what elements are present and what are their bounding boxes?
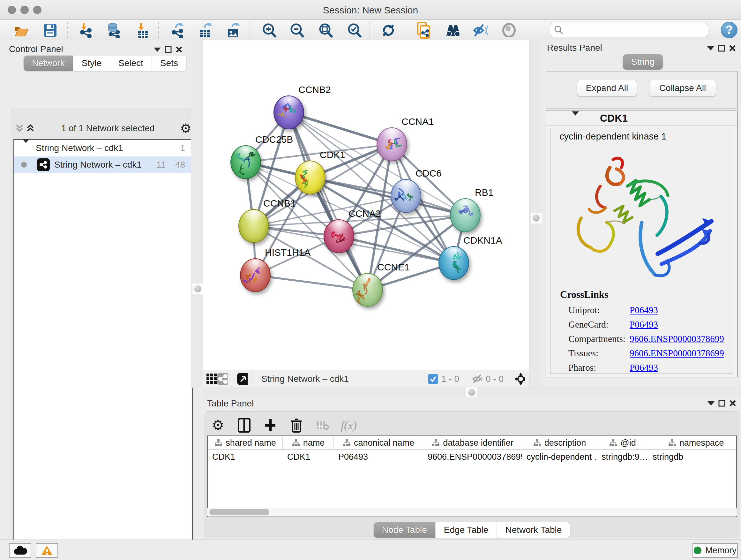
collapse-all-tree-icon[interactable]	[14, 124, 25, 133]
network-row[interactable]: String Network – cdk1 11 48	[14, 157, 192, 173]
cloud-status-button[interactable]	[9, 543, 31, 558]
expand-all-button[interactable]: Expand All	[577, 80, 637, 97]
network-canvas[interactable]: CCNB2CCNA1CDC25BCDK1CDC6RB1CCNB1CCNA2CDK…	[203, 40, 529, 370]
refresh-layout-button[interactable]	[381, 22, 396, 38]
network-node-ccnb2[interactable]	[273, 96, 304, 129]
birdseye-toggle-icon[interactable]	[206, 374, 217, 384]
network-node-rb1[interactable]	[450, 198, 481, 232]
tab-network[interactable]: Network	[23, 56, 73, 71]
clone-network-button[interactable]	[415, 22, 431, 38]
hide-graphics-details-button[interactable]	[472, 22, 488, 38]
table-cell[interactable]: stringdb:9…	[597, 450, 648, 463]
open-session-button[interactable]	[13, 22, 29, 38]
float-panel-icon[interactable]	[163, 45, 174, 54]
network-node-ccna1[interactable]	[377, 127, 407, 161]
zoom-selected-icon	[347, 23, 362, 38]
zoom-fit-icon	[318, 23, 333, 38]
panel-menu-icon[interactable]	[705, 44, 716, 53]
memory-button[interactable]: Memory	[692, 543, 738, 558]
tab-edge-table[interactable]: Edge Table	[435, 522, 497, 538]
table-horizontal-scrollbar[interactable]	[207, 508, 737, 516]
table-options-gear-icon[interactable]: ⚙	[210, 418, 226, 433]
bottom-splitter-handle[interactable]	[466, 387, 477, 398]
float-panel-icon[interactable]	[716, 44, 727, 53]
save-session-button[interactable]	[42, 22, 58, 38]
right-splitter-handle[interactable]	[531, 212, 542, 224]
network-options-gear-icon[interactable]: ⚙	[180, 122, 192, 135]
network-node-ccne1[interactable]	[352, 273, 383, 307]
export-image-button[interactable]	[225, 22, 241, 38]
close-panel-icon[interactable]	[174, 45, 185, 54]
zoom-fit-button[interactable]	[318, 22, 334, 38]
table-cell[interactable]: CDK1	[208, 450, 283, 463]
show-columns-icon[interactable]	[237, 418, 252, 433]
zoom-in-button[interactable]	[261, 22, 277, 38]
zoom-selected-button[interactable]	[347, 22, 362, 38]
tab-select[interactable]: Select	[110, 56, 152, 71]
network-share-icon[interactable]	[217, 374, 227, 384]
crosslink-genecard-[interactable]: P06493	[630, 319, 658, 330]
collapse-all-button[interactable]: Collapse All	[649, 80, 716, 97]
float-panel-icon[interactable]	[717, 398, 727, 408]
network-node-cdkn1a[interactable]	[439, 246, 469, 280]
bottom-splitter[interactable]	[203, 388, 741, 397]
import-network-file-button[interactable]	[78, 22, 94, 38]
birds-eye-view-button[interactable]	[501, 22, 517, 38]
crosslink-pharos-[interactable]: P06493	[630, 362, 658, 373]
selected-nodes-checkbox[interactable]	[428, 374, 438, 384]
import-table-button[interactable]	[134, 22, 150, 38]
network-node-cdc6[interactable]	[391, 179, 421, 213]
tab-node-table[interactable]: Node Table	[374, 522, 435, 538]
tab-style[interactable]: Style	[73, 56, 110, 71]
network-node-hist1h1a[interactable]	[240, 258, 271, 292]
gene-collapse-icon[interactable]	[572, 116, 579, 121]
hidden-eye-icon[interactable]	[472, 374, 482, 384]
table-cell[interactable]: 9606.ENSP00000378699	[423, 450, 522, 463]
network-node-cdc25b[interactable]	[230, 145, 261, 179]
right-splitter[interactable]	[529, 40, 543, 388]
table-cell[interactable]: stringdb	[648, 450, 737, 463]
crosslink-compartments-[interactable]: 9606.ENSP00000378699	[630, 334, 724, 344]
popout-view-icon[interactable]	[237, 374, 248, 384]
column-header-namespace[interactable]: namespace	[648, 436, 737, 449]
export-table-button[interactable]	[197, 22, 213, 38]
left-splitter-handle[interactable]	[192, 284, 203, 294]
center-view-crosshair-icon[interactable]	[515, 374, 525, 384]
delete-column-icon[interactable]	[289, 418, 304, 433]
help-button[interactable]: ?	[721, 22, 738, 38]
panel-menu-icon[interactable]	[705, 398, 717, 408]
tab-string[interactable]: String	[623, 54, 663, 70]
column-header-shared-name[interactable]: shared name	[208, 436, 283, 449]
table-row[interactable]: CDK1CDK1P064939606.ENSP00000378699cyclin…	[208, 450, 736, 463]
export-network-button[interactable]	[170, 22, 185, 38]
search-input[interactable]	[563, 25, 701, 35]
table-cell[interactable]: cyclin-dependent …	[522, 450, 597, 463]
network-node-ccna2[interactable]	[324, 219, 354, 253]
collection-expand-icon[interactable]	[22, 143, 29, 153]
gene-section-header[interactable]: CDK1	[546, 111, 737, 126]
table-cell[interactable]: CDK1	[283, 450, 334, 463]
expand-all-tree-icon[interactable]	[25, 124, 36, 133]
column-header-canonical-name[interactable]: canonical name	[334, 436, 423, 449]
network-node-ccnb1[interactable]	[239, 209, 269, 243]
close-panel-icon[interactable]	[727, 398, 738, 408]
tab-network-table[interactable]: Network Table	[497, 522, 570, 538]
import-network-database-button[interactable]	[106, 22, 122, 38]
column-header--id[interactable]: @id	[597, 436, 648, 449]
crosslink-uniprot-[interactable]: P06493	[630, 305, 658, 315]
create-column-icon[interactable]	[263, 418, 278, 433]
network-node-cdk1[interactable]	[295, 161, 326, 194]
binoculars-button[interactable]	[445, 22, 461, 38]
close-panel-icon[interactable]	[727, 44, 738, 53]
panel-menu-icon[interactable]	[152, 45, 163, 54]
scrollbar-thumb[interactable]	[209, 509, 269, 515]
crosslink-tissues-[interactable]: 9606.ENSP00000378699	[630, 348, 724, 359]
tab-sets[interactable]: Sets	[152, 56, 186, 71]
warnings-button[interactable]	[36, 543, 58, 558]
column-header-name[interactable]: name	[283, 436, 334, 449]
column-header-database-identifier[interactable]: database identifier	[423, 436, 522, 449]
column-header-description[interactable]: description	[522, 436, 597, 449]
network-collection-row[interactable]: String Network – cdk1 1	[14, 140, 192, 157]
table-cell[interactable]: P06493	[334, 450, 423, 463]
zoom-out-button[interactable]	[289, 22, 305, 38]
